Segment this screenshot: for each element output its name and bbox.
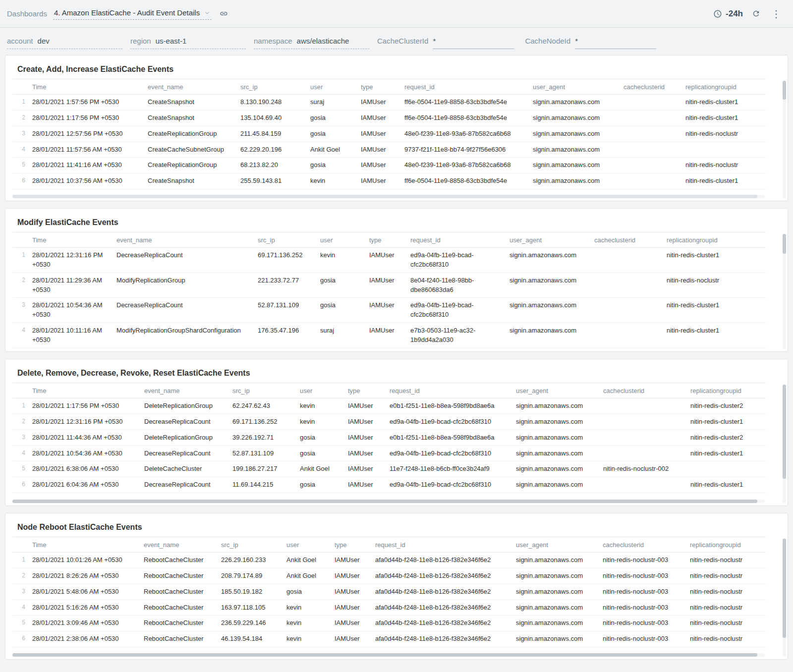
table-row[interactable]: 128/01/2021 1:17:56 PM +0530DeleteReplic… [12,398,766,414]
column-header-user-agent[interactable]: user_agent [516,537,603,553]
cell-cacheclusterid [603,430,690,446]
cell-replicationgroupid: nitin-redis-cluster1 [690,477,766,493]
column-header-cacheclusterid[interactable]: cacheclusterid [603,537,690,553]
column-header-event-name[interactable]: event_name [116,232,258,248]
cell-user: gosia [320,298,369,323]
column-header-type[interactable]: type [348,383,390,398]
table-row[interactable]: 428/01/2021 5:16:26 AM +0530RebootCacheC… [12,600,766,616]
table-row[interactable]: 228/01/2021 12:31:16 PM +0530DecreaseRep… [12,414,766,430]
table-row[interactable]: 528/01/2021 11:41:16 AM +0530CreateRepli… [12,158,766,173]
table-row[interactable]: 128/01/2021 1:57:56 PM +0530CreateSnapsh… [12,95,766,111]
table-row[interactable]: 528/01/2021 6:38:06 AM +0530DeleteCacheC… [12,461,766,477]
column-header-cacheclusterid[interactable]: cacheclusterid [623,79,685,95]
column-header-type[interactable]: type [335,537,375,553]
cell-src-ip: 52.87.131.109 [232,446,300,461]
vertical-scrollbar-thumb[interactable] [783,234,786,254]
column-header-request-id[interactable]: request_id [404,79,533,95]
refresh-button[interactable] [752,9,760,18]
column-header-type[interactable]: type [361,79,404,95]
column-header-request-id[interactable]: request_id [410,232,510,248]
column-header-src-ip[interactable]: src_ip [221,537,286,553]
table-row[interactable]: 428/01/2021 11:57:56 AM +0530CreateCache… [12,142,766,158]
column-header-replicationgroupid[interactable]: replicationgroupid [685,79,766,95]
vertical-scrollbar-thumb[interactable] [783,539,786,638]
table-row[interactable]: 128/01/2021 12:31:16 PM +0530DecreaseRep… [12,248,766,273]
panel-node-reboot-elasticache: Node Reboot ElastiCache EventsTimeevent_… [5,513,788,660]
filter-input[interactable]: * [575,37,656,49]
cell-cacheclusterid [623,126,685,142]
cell-user-agent: signin.amazonaws.com [533,173,623,189]
table-row[interactable]: 128/01/2021 10:01:26 AM +0530RebootCache… [12,553,766,568]
table-row[interactable]: 328/01/2021 5:48:06 AM +0530RebootCacheC… [12,584,766,600]
column-header-type[interactable]: type [369,232,410,248]
cell-event-name: CreateReplicationGroup [148,126,240,142]
cell-user: gosia [286,584,335,600]
column-header-user-agent[interactable]: user_agent [510,232,594,248]
table-row[interactable]: 628/01/2021 10:37:56 AM +0530CreateSnaps… [12,173,766,189]
breadcrumb-dashboards[interactable]: Dashboards [7,9,47,18]
filter-namespace[interactable]: namespaceaws/elasticache [254,37,369,49]
table-row[interactable]: 528/01/2021 3:09:46 AM +0530RebootCacheC… [12,616,766,631]
column-header-request-id[interactable]: request_id [375,537,516,553]
column-header-user-agent[interactable]: user_agent [516,383,603,398]
table-row[interactable]: 228/01/2021 8:26:26 AM +0530RebootCacheC… [12,568,766,584]
column-header-event-name[interactable]: event_name [148,79,240,95]
filter-region[interactable]: regionus-east-1 [130,37,246,49]
horizontal-scrollbar-thumb[interactable] [12,195,757,198]
column-header-user[interactable]: user [286,537,335,553]
table-row[interactable]: 228/01/2021 11:29:36 AM +0530ModifyRepli… [12,273,766,298]
share-link-button[interactable] [220,9,228,18]
column-header-replicationgroupid[interactable]: replicationgroupid [690,537,766,553]
column-header-src-ip[interactable]: src_ip [258,232,320,248]
cell-request-id: e0b1-f251-11e8-b8ea-598f9bd8ae6a [390,398,516,414]
cell-user-agent: signin.amazonaws.com [510,323,594,348]
horizontal-scrollbar-thumb[interactable] [12,653,757,657]
cell-type: IAMUser [348,414,390,430]
cell-src-ip: 176.35.47.196 [258,323,320,348]
column-header-user[interactable]: user [310,79,361,95]
dashboard-title-select[interactable]: 4. Amazon ElastiCache - Audit Event Deta… [53,7,212,20]
column-header-user-agent[interactable]: user_agent [533,79,623,95]
panel-title: Modify ElastiCache Events [5,209,788,232]
table-row[interactable]: 228/01/2021 1:17:56 PM +0530CreateSnapsh… [12,110,766,126]
column-header-request-id[interactable]: request_id [390,383,516,398]
cell-user: gosia [300,477,348,493]
filter-account[interactable]: accountdev [7,37,122,49]
column-header-time[interactable]: Time [32,79,148,95]
column-header-cacheclusterid[interactable]: cacheclusterid [594,232,667,248]
column-header-src-ip[interactable]: src_ip [240,79,310,95]
table-row[interactable]: 428/01/2021 10:11:16 AM +0530ModifyRepli… [12,323,766,348]
column-header-cacheclusterid[interactable]: cacheclusterid [603,383,690,398]
column-header-time[interactable]: Time [32,383,144,398]
filter-value: us-east-1 [156,37,187,45]
cell-event-name: RebootCacheCluster [144,631,221,647]
table-row[interactable]: 628/01/2021 2:38:06 AM +0530RebootCacheC… [12,631,766,647]
column-header-user[interactable]: user [300,383,348,398]
table-row[interactable]: 328/01/2021 10:54:36 AM +0530DecreaseRep… [12,298,766,323]
horizontal-scrollbar-thumb[interactable] [12,500,757,503]
filter-cachenodeid[interactable]: CacheNodeId* [525,37,656,49]
table-row[interactable]: 628/01/2021 6:04:36 AM +0530DecreaseRepl… [12,477,766,493]
column-header-event-name[interactable]: event_name [144,537,221,553]
column-header-rownum [12,537,32,553]
kebab-menu-icon[interactable]: ⋮ [769,8,783,20]
column-header-replicationgroupid[interactable]: replicationgroupid [667,232,766,248]
filter-cacheclusterid[interactable]: CacheClusterId* [377,37,514,49]
table-row[interactable]: 328/01/2021 12:57:56 PM +0530CreateRepli… [12,126,766,142]
table-row[interactable]: 428/01/2021 10:54:36 AM +0530DecreaseRep… [12,446,766,461]
vertical-scrollbar-thumb[interactable] [783,385,786,479]
filter-value: dev [38,37,50,45]
cell-user-agent: signin.amazonaws.com [516,568,603,584]
table-row[interactable]: 328/01/2021 11:44:36 AM +0530DeleteRepli… [12,430,766,446]
column-header-replicationgroupid[interactable]: replicationgroupid [690,383,766,398]
events-table: Timeevent_namesrc_ipusertyperequest_idus… [12,537,766,647]
column-header-src-ip[interactable]: src_ip [232,383,300,398]
column-header-time[interactable]: Time [32,232,116,248]
cell-user-agent: signin.amazonaws.com [516,398,603,414]
column-header-event-name[interactable]: event_name [144,383,232,398]
column-header-user[interactable]: user [320,232,369,248]
column-header-time[interactable]: Time [32,537,144,553]
filter-input[interactable]: * [433,37,514,49]
vertical-scrollbar-thumb[interactable] [783,81,786,100]
time-range-selector[interactable]: -24h [713,9,743,19]
